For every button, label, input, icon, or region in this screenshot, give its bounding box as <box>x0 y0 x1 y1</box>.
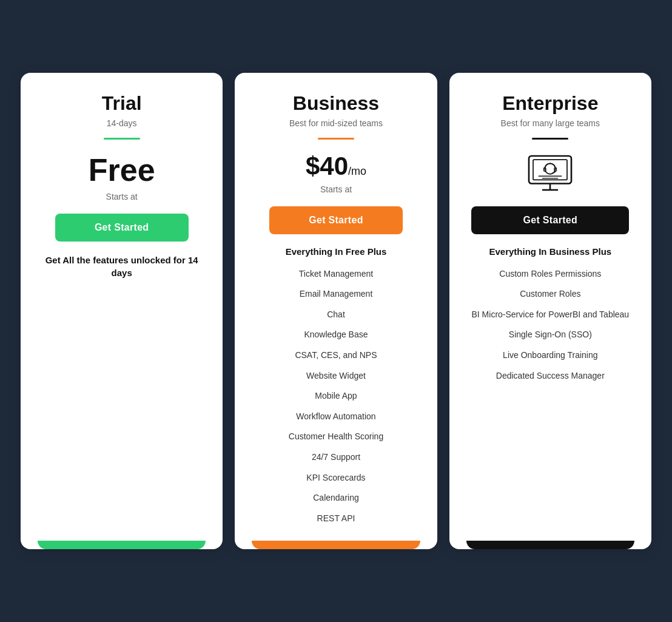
trial-divider <box>104 138 140 140</box>
list-item: Live Onboarding Training <box>466 345 634 366</box>
enterprise-divider <box>532 138 568 140</box>
business-starts-at: Starts at <box>320 184 352 194</box>
trial-starts-at: Starts at <box>106 192 138 201</box>
list-item: Customer Roles <box>466 284 634 305</box>
trial-plan-name: Trial <box>102 92 142 115</box>
list-item: KPI Scorecards <box>252 468 420 488</box>
list-item: Custom Roles Permissions <box>466 264 634 285</box>
business-cta-button[interactable]: Get Started <box>269 206 403 234</box>
list-item: 24/7 Support <box>252 447 420 468</box>
list-item: Workflow Automation <box>252 407 420 427</box>
trial-card: Trial 14-days Free Starts at Get Started… <box>21 73 223 550</box>
trial-tagline: Get All the features unlocked for 14 day… <box>38 254 206 279</box>
list-item: Knowledge Base <box>252 325 420 345</box>
trial-cta-button[interactable]: Get Started <box>55 214 189 242</box>
business-features-header: Everything In Free Plus <box>286 246 387 257</box>
business-divider <box>318 138 354 140</box>
list-item: Dedicated Success Manager <box>466 366 634 387</box>
list-item: REST API <box>252 509 420 529</box>
business-price-amount: $40/mo <box>306 152 366 180</box>
list-item: CSAT, CES, and NPS <box>252 345 420 366</box>
enterprise-support-icon <box>523 152 577 197</box>
list-item: Single Sign-On (SSO) <box>466 325 634 345</box>
trial-plan-subtitle: 14-days <box>107 118 137 128</box>
enterprise-plan-name: Enterprise <box>502 92 598 115</box>
list-item: BI Micro-Service for PowerBI and Tableau <box>466 305 634 325</box>
list-item: Email Management <box>252 284 420 305</box>
trial-price-block: Free <box>89 152 155 188</box>
pricing-container: Trial 14-days Free Starts at Get Started… <box>15 73 657 550</box>
list-item: Ticket Management <box>252 264 420 285</box>
business-plan-name: Business <box>293 92 379 115</box>
enterprise-plan-subtitle: Best for many large teams <box>501 118 600 128</box>
svg-rect-1 <box>533 160 567 180</box>
enterprise-cta-button[interactable]: Get Started <box>471 206 629 234</box>
enterprise-features-list: Custom Roles Permissions Customer Roles … <box>466 264 634 387</box>
trial-price: Free <box>89 152 155 188</box>
business-features-list: Ticket Management Email Management Chat … <box>252 264 420 529</box>
list-item: Website Widget <box>252 366 420 387</box>
enterprise-features-header: Everything In Business Plus <box>489 246 611 257</box>
list-item: Mobile App <box>252 386 420 407</box>
enterprise-card: Enterprise Best for many large teams <box>449 73 651 550</box>
list-item: Chat <box>252 305 420 325</box>
list-item: Customer Health Scoring <box>252 427 420 447</box>
business-card: Business Best for mid-sized teams $40/mo… <box>235 73 437 550</box>
business-plan-subtitle: Best for mid-sized teams <box>289 118 383 128</box>
list-item: Calendaring <box>252 488 420 509</box>
business-price-period: /mo <box>348 165 366 177</box>
business-price-block: $40/mo <box>306 152 366 181</box>
